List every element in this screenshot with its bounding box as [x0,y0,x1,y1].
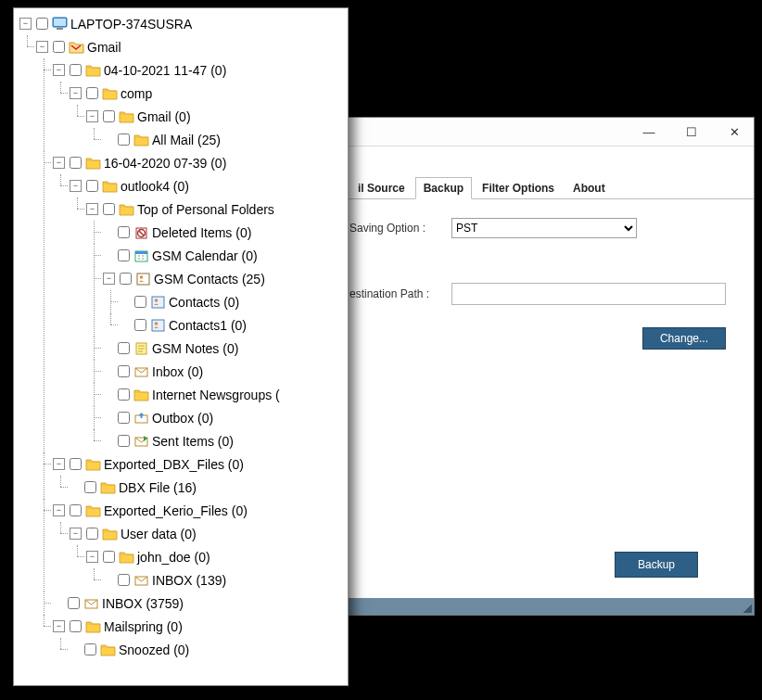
minimize-button[interactable]: — [635,125,663,139]
node-checkbox[interactable] [120,273,132,285]
tree-row[interactable]: All Mail (25) [103,128,346,151]
expand-toggle[interactable]: − [70,528,82,540]
tree-row[interactable]: −Exported_Kerio_Files (0) [53,499,346,522]
tree-row[interactable]: INBOX (139) [103,568,346,592]
node-label: Top of Personal Folders [137,202,274,217]
expand-spacer [70,482,80,492]
saving-option-select[interactable]: PST [451,218,637,238]
node-checkbox[interactable] [118,388,130,401]
folder-icon [102,527,118,541]
tree-node: −Gmail−04-10-2021 11-47 (0)−comp−Gmail (… [36,35,346,661]
change-button[interactable]: Change... [642,327,726,350]
node-label: Outbox (0) [152,411,213,426]
folder-icon [85,619,101,633]
tree-node: −john_doe (0)INBOX (139) [86,545,346,592]
tree-row[interactable]: Outbox (0) [103,406,346,429]
tree-node: Contacts (0) [120,290,346,313]
tree-row[interactable]: −comp [70,82,346,105]
node-checkbox[interactable] [118,412,130,424]
node-checkbox[interactable] [86,87,98,99]
node-checkbox[interactable] [118,574,130,586]
node-checkbox[interactable] [84,481,96,493]
node-checkbox[interactable] [70,504,82,516]
node-label: Gmail [87,40,121,55]
resize-grip-icon[interactable] [741,602,752,613]
close-button[interactable]: ✕ [720,125,748,139]
inbox-icon [133,364,149,378]
tree-row[interactable]: INBOX (3759) [53,592,346,615]
tree-row[interactable]: −Top of Personal Folders [86,197,346,221]
node-checkbox[interactable] [68,597,80,609]
tree-row[interactable]: −04-10-2021 11-47 (0) [53,58,346,82]
node-checkbox[interactable] [103,110,115,122]
maximize-button[interactable]: ☐ [678,125,705,139]
node-checkbox[interactable] [84,643,96,655]
tree-row[interactable]: Internet Newsgroups ( [103,383,346,406]
tree-node: Contacts1 (0) [120,313,346,337]
node-checkbox[interactable] [118,342,130,354]
backup-button[interactable]: Backup [615,552,698,578]
tree-row[interactable]: −16-04-2020 07-39 (0) [53,151,346,174]
expand-toggle[interactable]: − [86,110,98,122]
tree-row[interactable]: Inbox (0) [103,360,346,383]
expand-toggle[interactable]: − [53,458,65,470]
node-label: Deleted Items (0) [152,225,251,240]
expand-toggle[interactable]: − [19,18,32,30]
node-checkbox[interactable] [118,249,130,261]
tree-row[interactable]: −john_doe (0) [86,545,346,568]
destination-path-input[interactable] [451,283,726,305]
tree-row[interactable]: −User data (0) [70,522,346,545]
tree-row[interactable]: −Mailspring (0) [53,615,346,638]
tree-node: −Gmail (0)All Mail (25) [86,105,346,151]
tree-row[interactable]: −LAPTOP-374SUSRA [19,12,346,35]
tree-row[interactable]: Contacts1 (0) [120,313,346,337]
tree-row[interactable]: GSM Calendar (0) [103,244,346,267]
node-checkbox[interactable] [118,365,130,377]
node-label: outlook4 (0) [121,179,189,194]
node-checkbox[interactable] [134,319,146,331]
expand-toggle[interactable]: − [70,180,82,192]
node-checkbox[interactable] [53,41,65,53]
tree-row[interactable]: −GSM Contacts (25) [103,267,346,290]
tree-row[interactable]: Deleted Items (0) [103,221,346,244]
tree-row[interactable]: −Exported_DBX_Files (0) [53,452,346,476]
node-checkbox[interactable] [134,296,146,308]
node-checkbox[interactable] [103,203,115,215]
tree-row[interactable]: GSM Notes (0) [103,337,346,360]
node-checkbox[interactable] [70,157,82,169]
tree-row[interactable]: Sent Items (0) [103,429,346,452]
tab-mail-source[interactable]: il Source [349,177,413,198]
node-checkbox[interactable] [70,620,82,632]
node-checkbox[interactable] [86,528,98,540]
node-checkbox[interactable] [118,435,130,447]
node-checkbox[interactable] [103,551,115,563]
node-checkbox[interactable] [86,180,98,192]
node-checkbox[interactable] [118,226,130,238]
tree-node: Internet Newsgroups ( [103,383,346,406]
expand-toggle[interactable]: − [53,157,65,169]
expand-spacer [103,343,113,353]
tree-row[interactable]: Contacts (0) [120,290,346,313]
tab-filter-options[interactable]: Filter Options [474,177,563,198]
tree-node: INBOX (139) [103,568,346,592]
tab-backup[interactable]: Backup [415,177,472,199]
node-checkbox[interactable] [36,18,48,30]
expand-toggle[interactable]: − [53,620,65,632]
expand-toggle[interactable]: − [86,203,98,215]
tree-row[interactable]: −outlook4 (0) [70,174,346,197]
tree-row[interactable]: DBX File (16) [70,476,346,499]
node-checkbox[interactable] [70,458,82,470]
node-checkbox[interactable] [118,134,130,146]
node-checkbox[interactable] [70,64,82,76]
expand-toggle[interactable]: − [53,64,65,76]
expand-toggle[interactable]: − [36,41,48,53]
expand-toggle[interactable]: − [70,87,82,99]
expand-toggle[interactable]: − [86,551,98,563]
tree-row[interactable]: −Gmail (0) [86,105,346,128]
tree-node: GSM Notes (0) [103,337,346,360]
expand-toggle[interactable]: − [53,504,65,516]
expand-toggle[interactable]: − [103,273,115,285]
tree-row[interactable]: −Gmail [36,35,346,58]
tree-row[interactable]: Snoozed (0) [70,638,346,661]
tab-about[interactable]: About [565,177,614,198]
